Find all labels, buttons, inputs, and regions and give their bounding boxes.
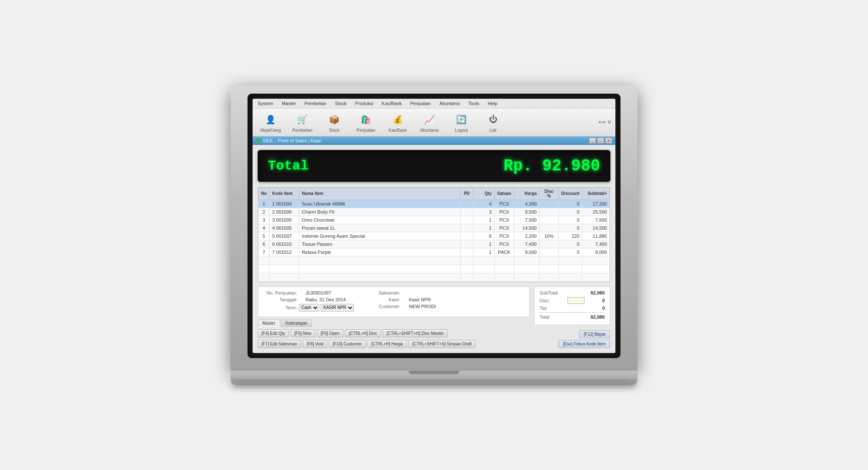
col-header-no: No	[259, 187, 270, 200]
cell-price: 4,300	[514, 200, 540, 208]
window-title: DEE... Point of Sales | Kasir	[263, 138, 321, 143]
menu-penjualan[interactable]: Penjualan	[409, 100, 433, 107]
term-select[interactable]: Cash	[299, 304, 319, 311]
table-row[interactable]: 6 6 001010 Tissue Passeo 1 PCS 7,400 0 7…	[259, 240, 610, 248]
btn-edit-salesman[interactable]: [F7] Edit Salesman	[258, 340, 301, 348]
subtotal-value: 92,980	[590, 290, 605, 295]
cell-subtotal: 25,500	[582, 208, 610, 216]
toolbar-btn-akuntansi[interactable]: 📈 Akuntansi	[416, 111, 443, 134]
customer-value: NEW PRODI	[409, 304, 436, 309]
cell-price: 14,500	[514, 224, 540, 232]
toolbar-btn-pembelian[interactable]: 🛒 Pembelian	[289, 111, 316, 134]
menu-kasbank[interactable]: Kas/Bank	[380, 100, 403, 107]
total-summary-value: 92,980	[590, 314, 605, 320]
menu-tools[interactable]: Tools	[467, 100, 481, 107]
action-btns-row1: [F4] Edit Qty [F5] New [F6] Open [CTRL+H…	[258, 329, 530, 337]
minimize-button[interactable]: _	[589, 138, 596, 144]
col-header-unit: Satuan	[494, 187, 514, 200]
btn-bayar[interactable]: [F12] Bayar	[579, 330, 610, 338]
cell-qty: 3	[473, 208, 494, 216]
toolbar-btn-logout[interactable]: 🔄 Logout	[448, 111, 475, 134]
btn-simpan-draft[interactable]: [CTRL+SHIFT+S] Simpan Draft	[409, 340, 476, 348]
laptop-base	[231, 371, 637, 379]
cell-subtotal: 17,200	[582, 200, 610, 208]
btn-fokus-kode[interactable]: [Esc] Fokus Kode Item	[558, 340, 610, 348]
toolbar-label-akuntansi: Akuntansi	[420, 128, 439, 133]
btn-harga[interactable]: [CTRL+H] Harga	[367, 340, 407, 348]
btn-new[interactable]: [F5] New	[291, 329, 315, 337]
toolbar-btn-list[interactable]: ⏻ List	[479, 111, 507, 134]
cell-discount: 0	[559, 240, 582, 248]
tab-master[interactable]: Master	[258, 320, 280, 327]
col-header-name: Nama Item	[299, 187, 461, 200]
menu-akuntansi[interactable]: Akuntansi	[438, 100, 462, 107]
btn-open[interactable]: [F6] Open	[317, 329, 343, 337]
cell-discount: 0	[559, 248, 582, 256]
kasir-select[interactable]: KASIR NPR	[321, 304, 354, 311]
term-row: Term: Cash KASIR NPR	[263, 304, 354, 311]
btn-void[interactable]: [F8] Void	[303, 340, 327, 348]
col-header-code: Kode Item	[270, 187, 299, 200]
menu-help[interactable]: Help	[486, 100, 499, 107]
col-header-qty: Qty	[473, 187, 494, 200]
cell-unit: PCS	[494, 208, 514, 216]
menu-pembelian[interactable]: Pembelian	[303, 100, 328, 107]
col-header-subtotal: Subtotal+	[582, 187, 610, 200]
maximize-button[interactable]: □	[597, 138, 604, 144]
kasir-value: Kasir NPR	[409, 297, 431, 302]
summary-disc-row: Disc: 0	[540, 297, 605, 304]
salesman-label: Salesman:	[367, 290, 401, 295]
cell-price: 2,200	[514, 232, 540, 240]
btn-disc-master[interactable]: [CTRL+SHIFT+H] Disc Master	[383, 329, 448, 337]
table-row[interactable]: 2 2 001008 Charm Body Fit 3 PCS 8,500 0 …	[259, 208, 610, 216]
table-row[interactable]: 1 1 001004 Susu Ultramik 400Ml 4 PCS 4,3…	[259, 200, 610, 208]
cell-qty: 1	[473, 240, 494, 248]
menu-produksi[interactable]: Produksi	[353, 100, 375, 107]
action-btns-row2: [F7] Edit Salesman [F8] Void [F10] Custo…	[258, 340, 530, 348]
toolbar-right: ⟺ V	[598, 119, 611, 125]
btn-customer[interactable]: [F10] Customer	[329, 340, 366, 348]
cell-qty: 1	[473, 216, 494, 224]
hinge-notch	[409, 371, 459, 374]
cell-unit: PCS	[494, 232, 514, 240]
tab-keterangan[interactable]: Keterangan	[281, 320, 312, 327]
kasbank-icon: 💰	[390, 112, 406, 127]
table-row[interactable]: 3 3 001009 Oreo Chocolate 1 PCS 7,500 0 …	[259, 216, 610, 224]
kasir-label: Kasir:	[367, 297, 401, 302]
menu-bar: System Master Pembelian Stock Produksi K…	[253, 99, 615, 108]
titlebar-controls: _ □ ✕	[589, 138, 612, 144]
table-row[interactable]: 4 4 001005 Pocari sweat 1L 1 PCS 14,500 …	[259, 224, 610, 232]
cell-subtotal: 7,500	[582, 216, 610, 224]
summary-panel: SubTotal 92,980 Disc: 0	[534, 286, 610, 325]
close-button[interactable]: ✕	[605, 138, 612, 144]
cell-disc-pct	[540, 208, 559, 216]
toolbar-btn-kasbank[interactable]: 💰 Kas/Bank	[384, 111, 412, 134]
summary-total-row: Total 92,980	[540, 314, 605, 320]
pos-content: Total Rp. 92.980 No Kode Item Nama	[253, 145, 615, 353]
laptop-body: System Master Pembelian Stock Produksi K…	[231, 85, 637, 371]
menu-master[interactable]: Master	[280, 100, 298, 107]
cell-qty: 6	[473, 232, 494, 240]
table-row[interactable]: 5 5 001007 Indomie Goreng Ayam Special 6…	[259, 232, 610, 240]
cell-price: 7,400	[514, 240, 540, 248]
cell-subtotal: 11,880	[582, 232, 610, 240]
menu-stock[interactable]: Stock	[333, 100, 348, 107]
btn-disc[interactable]: [CTRL+H] Disc	[345, 329, 381, 337]
laptop-bottom	[231, 379, 637, 385]
cell-unit: PCS	[494, 224, 514, 232]
window-indicator	[256, 138, 261, 143]
cell-discount: 0	[559, 224, 582, 232]
cell-unit: PCS	[494, 200, 514, 208]
toolbar-btn-meja[interactable]: 👤 Meja/Uang	[257, 111, 284, 134]
no-penjualan-label: No. Penjualan:	[263, 290, 297, 295]
toolbar-btn-penjualan[interactable]: 🛍️ Penjualan	[352, 111, 380, 134]
btn-edit-qty[interactable]: [F4] Edit Qty	[258, 329, 289, 337]
toolbar-btn-stock[interactable]: 📦 Stock	[320, 111, 348, 134]
disc-input[interactable]	[568, 297, 584, 304]
cell-disc-pct	[540, 200, 559, 208]
table-row[interactable]: 7 7 001012 Relaxa Purple 1 PACK 9,000 0 …	[259, 248, 610, 256]
cell-code: 2 001008	[270, 208, 299, 216]
logout-icon: 🔄	[454, 112, 469, 127]
cell-pd	[460, 240, 473, 248]
menu-system[interactable]: System	[256, 100, 275, 107]
